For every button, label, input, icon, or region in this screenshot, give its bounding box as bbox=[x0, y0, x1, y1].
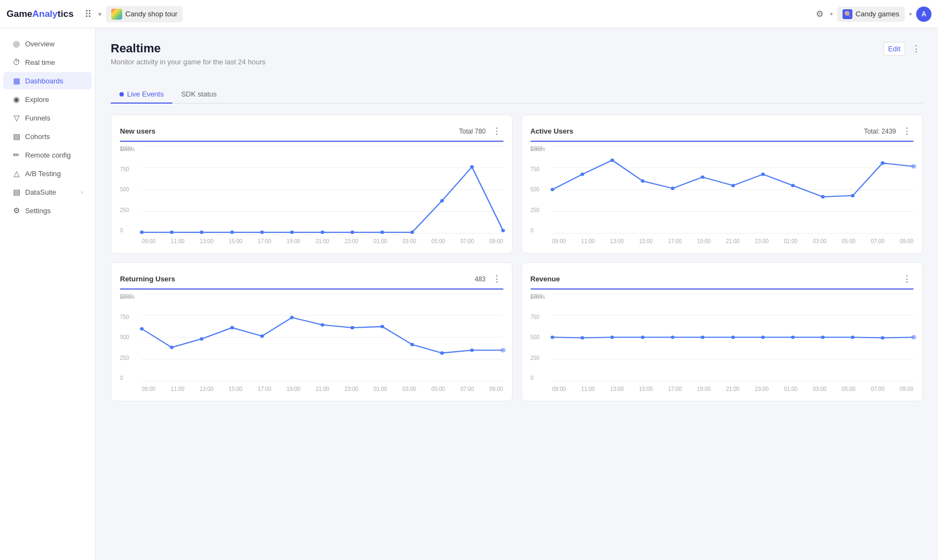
sidebar-item-ab-testing[interactable]: △ A/B Testing bbox=[3, 165, 92, 182]
funnels-icon: ▽ bbox=[12, 113, 21, 122]
sidebar-item-datasuite[interactable]: ▤ DataSuite › bbox=[3, 183, 92, 201]
svg-point-32 bbox=[821, 195, 825, 198]
chart-returning-users-y-labels: 1000 750 500 250 0 bbox=[120, 294, 132, 381]
org-name: Candy games bbox=[856, 10, 899, 18]
org-chevron: ▾ bbox=[830, 11, 833, 17]
svg-point-47 bbox=[321, 323, 324, 327]
content-area: Realtime Monitor activity in your game f… bbox=[95, 28, 938, 560]
chart-returning-users-more[interactable]: ⋮ bbox=[490, 272, 503, 286]
svg-point-61 bbox=[610, 335, 614, 339]
org-chevron2: ▾ bbox=[909, 11, 912, 17]
x-label: 11:00 bbox=[171, 238, 184, 244]
chart-new-users-more[interactable]: ⋮ bbox=[490, 124, 503, 139]
sidebar-item-funnels[interactable]: ▽ Funnels bbox=[3, 109, 92, 127]
tab-label-live: Live Events bbox=[127, 90, 164, 98]
topbar-right: ⚙ ▾ 🍭 Candy games ▾ A bbox=[814, 7, 931, 22]
game-tab[interactable]: Candy shop tour bbox=[106, 6, 183, 22]
chart-active-users-area: Errors 1000 750 500 250 0 bbox=[531, 146, 914, 244]
y-label: 250 bbox=[120, 208, 132, 213]
edit-button[interactable]: Edit bbox=[883, 42, 905, 56]
tab-live-events[interactable]: Live Events bbox=[111, 86, 172, 104]
svg-point-71 bbox=[911, 335, 916, 339]
svg-point-27 bbox=[671, 186, 675, 190]
x-label: 09:00 bbox=[489, 238, 503, 244]
svg-point-48 bbox=[351, 326, 354, 329]
chart-revenue-plot bbox=[552, 294, 914, 381]
chart-new-users: New users Total 780 ⋮ Errors 1000 750 50… bbox=[111, 115, 513, 254]
sidebar-label-cohorts: Cohorts bbox=[25, 133, 50, 141]
chart-revenue-divider bbox=[531, 288, 914, 290]
explore-icon: ◉ bbox=[12, 95, 21, 104]
svg-point-8 bbox=[230, 231, 234, 234]
chart-revenue-y-labels: 1000 750 500 250 0 bbox=[531, 294, 543, 381]
svg-point-23 bbox=[550, 188, 554, 191]
chart-returning-users-plot bbox=[142, 294, 503, 381]
sidebar-label-datasuite: DataSuite bbox=[25, 188, 56, 196]
chart-revenue-title: Revenue bbox=[531, 275, 560, 283]
svg-point-11 bbox=[321, 231, 324, 234]
game-tab-label: Candy shop tour bbox=[125, 10, 177, 18]
chart-revenue-more[interactable]: ⋮ bbox=[900, 272, 913, 286]
settings-nav-icon: ⚙ bbox=[12, 206, 21, 215]
grid-icon[interactable]: ⠿ bbox=[82, 6, 94, 22]
sidebar-item-overview[interactable]: ◎ Overview bbox=[3, 35, 92, 52]
page-title: Realtime bbox=[111, 41, 266, 56]
main-layout: ◎ Overview ⏱ Real time ▦ Dashboards ◉ Ex… bbox=[0, 28, 938, 560]
settings-icon[interactable]: ⚙ bbox=[814, 7, 826, 21]
chart-returning-users-title: Returning Users bbox=[120, 275, 175, 283]
svg-point-15 bbox=[440, 199, 444, 202]
svg-point-63 bbox=[671, 335, 675, 339]
svg-point-46 bbox=[290, 316, 294, 319]
page-subtitle: Monitor activity in your game for the la… bbox=[111, 58, 266, 66]
svg-point-66 bbox=[761, 335, 765, 339]
chart-active-users-x-labels: 09:00 11:00 13:00 15:00 17:00 19:00 21:0… bbox=[552, 238, 914, 244]
page-header: Realtime Monitor activity in your game f… bbox=[111, 41, 923, 77]
sidebar-item-explore[interactable]: ◉ Explore bbox=[3, 91, 92, 108]
x-label: 23:00 bbox=[345, 238, 358, 244]
svg-point-69 bbox=[851, 335, 855, 339]
chart-new-users-plot bbox=[142, 146, 503, 233]
chart-revenue-header: Revenue ⋮ bbox=[531, 272, 914, 286]
chart-new-users-total: Total 780 bbox=[459, 128, 486, 135]
topbar: GameAnalytics ⠿ ▾ Candy shop tour ⚙ ▾ 🍭 … bbox=[0, 0, 938, 28]
svg-point-35 bbox=[911, 164, 916, 168]
breadcrumb-separator: ▾ bbox=[98, 10, 101, 18]
logo: GameAnalytics bbox=[7, 9, 74, 20]
x-label: 07:00 bbox=[460, 238, 474, 244]
chart-active-users-plot bbox=[552, 146, 914, 233]
svg-point-29 bbox=[731, 184, 735, 187]
chart-active-users-y-labels: 1000 750 500 250 0 bbox=[531, 146, 543, 233]
sidebar-label-ab-testing: A/B Testing bbox=[25, 170, 61, 178]
sidebar: ◎ Overview ⏱ Real time ▦ Dashboards ◉ Ex… bbox=[0, 28, 95, 560]
svg-point-5 bbox=[140, 231, 144, 234]
tab-sdk-status[interactable]: SDK status bbox=[172, 86, 225, 104]
chart-returning-users-area: Errors 1000 750 500 250 0 bbox=[120, 294, 503, 392]
org-selector[interactable]: 🍭 Candy games bbox=[837, 7, 905, 22]
x-label: 19:00 bbox=[287, 238, 300, 244]
chart-returning-users-x-labels: 09:00 11:00 13:00 15:00 17:00 19:00 21:0… bbox=[142, 386, 503, 392]
y-label: 1000 bbox=[120, 146, 132, 152]
chart-revenue: Revenue ⋮ Errors 1000 750 500 250 0 bbox=[521, 262, 923, 401]
x-label: 13:00 bbox=[200, 238, 213, 244]
svg-point-60 bbox=[580, 336, 584, 339]
svg-point-28 bbox=[700, 176, 704, 179]
svg-point-41 bbox=[140, 327, 144, 330]
y-label: 750 bbox=[120, 167, 132, 172]
svg-point-6 bbox=[170, 231, 173, 234]
sidebar-item-cohorts[interactable]: ▤ Cohorts bbox=[3, 128, 92, 145]
sidebar-label-settings: Settings bbox=[25, 207, 51, 215]
sidebar-item-dashboards[interactable]: ▦ Dashboards bbox=[3, 72, 92, 89]
tab-label-sdk: SDK status bbox=[181, 90, 217, 98]
avatar[interactable]: A bbox=[916, 7, 931, 22]
y-label: 0 bbox=[120, 228, 132, 233]
svg-point-17 bbox=[501, 229, 505, 232]
more-button[interactable]: ⋮ bbox=[910, 41, 923, 56]
chart-active-users-more[interactable]: ⋮ bbox=[900, 124, 913, 139]
chart-new-users-y-labels: 1000 750 500 250 0 bbox=[120, 146, 132, 233]
sidebar-item-settings[interactable]: ⚙ Settings bbox=[3, 202, 92, 219]
svg-point-42 bbox=[170, 346, 173, 349]
sidebar-item-remote-config[interactable]: ✏ Remote config bbox=[3, 146, 92, 164]
sidebar-item-realtime[interactable]: ⏱ Real time bbox=[3, 53, 92, 71]
x-label: 21:00 bbox=[316, 238, 329, 244]
svg-point-49 bbox=[380, 325, 384, 328]
